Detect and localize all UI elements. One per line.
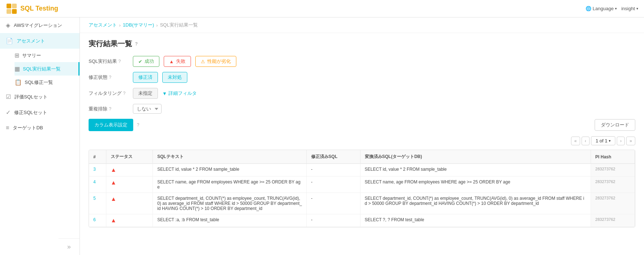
pagination-prev-button[interactable]: ‹	[582, 137, 590, 145]
cell-sql-text: SELECT :a, :b FROM test_table	[153, 214, 307, 227]
cell-pi-hash: 283273762	[591, 214, 635, 227]
sidebar-sub-item-summary[interactable]: ⊞ サマリー	[15, 49, 80, 62]
cell-num[interactable]: 6	[89, 214, 106, 227]
globe-icon: 🌐	[586, 6, 591, 11]
pagination-last-button[interactable]: »	[626, 137, 635, 145]
filtering-value-button[interactable]: 未指定	[133, 88, 158, 99]
chevron-down-icon: ▾	[615, 7, 617, 11]
sidebar: ◈ AWSマイグレーション 📄 アセスメント ⊞ サマリー ▦ SQL実行結果一…	[0, 17, 80, 255]
filter-success-button[interactable]: ✔ 成功	[133, 56, 159, 67]
dedup-row: 重複排除 ? しない する	[89, 104, 635, 114]
col-num: #	[89, 150, 106, 164]
warn-icon: ⚠	[201, 59, 205, 64]
col-sql-text: SQLテキスト	[153, 150, 307, 164]
logo-area: SQL Testing	[6, 3, 58, 15]
sidebar-item-eval-sql[interactable]: ☑ 評価SQLセット	[0, 89, 80, 105]
cell-num[interactable]: 5	[89, 193, 106, 214]
pagination-next-button[interactable]: ›	[617, 137, 625, 145]
cell-fixed-sql: -	[306, 214, 360, 227]
language-button[interactable]: 🌐 Language ▾	[586, 6, 617, 11]
sidebar-item-target-db[interactable]: ≡ ターゲットDB	[0, 120, 80, 135]
cell-converted-sql: SELECT ?, ? FROM test_table	[360, 214, 591, 227]
dedup-help-icon[interactable]: ?	[109, 106, 111, 112]
page-title-help-icon[interactable]: ?	[135, 41, 138, 46]
sidebar-sub-item-sql-results[interactable]: ▦ SQL実行結果一覧	[15, 62, 80, 76]
table-header-row: # ステータス SQLテキスト 修正済みSQL 変換済みSQL(ターゲットDB)…	[89, 150, 635, 164]
fix-status-help-icon[interactable]: ?	[109, 75, 111, 80]
breadcrumb-assessment[interactable]: アセスメント	[89, 22, 117, 28]
logo-icon	[6, 3, 17, 15]
sidebar-item-assessment[interactable]: 📄 アセスメント	[0, 33, 80, 49]
pagination-first-button[interactable]: «	[571, 137, 580, 145]
breadcrumb-1db[interactable]: 1DB(サマリー)	[123, 22, 154, 28]
cell-sql-text: SELECT department_id, COUNT(*) as employ…	[153, 193, 307, 214]
filter-perf-button[interactable]: ⚠ 性能が劣化	[195, 56, 236, 67]
svg-rect-3	[12, 9, 17, 14]
col-status: ステータス	[106, 150, 153, 164]
col-pi-hash: PI Hash	[591, 150, 635, 164]
page-body: 実行結果一覧 ? SQL実行結果 ? ✔ 成功 ▲ 失敗	[80, 33, 644, 255]
assessment-icon: 📄	[6, 37, 13, 44]
sql-fix-icon: 📋	[15, 79, 22, 86]
pagination-page-info[interactable]: 1 of 1 ▾	[591, 136, 616, 145]
fix-status-label: 修正状態 ?	[89, 74, 129, 81]
insight-button[interactable]: insight ▾	[621, 6, 638, 11]
breadcrumb: アセスメント › 1DB(サマリー) › SQL実行結果一覧	[80, 17, 644, 33]
top-right-area: 🌐 Language ▾ insight ▾	[586, 6, 638, 11]
svg-rect-1	[12, 4, 17, 8]
sql-result-help-icon[interactable]: ?	[118, 59, 121, 64]
breadcrumb-sep-1: ›	[119, 23, 121, 28]
cell-status: ▲	[106, 177, 153, 193]
cell-num[interactable]: 3	[89, 164, 106, 177]
sidebar-item-aws-migration[interactable]: ◈ AWSマイグレーション	[0, 17, 80, 33]
cell-pi-hash: 283273762	[591, 177, 635, 193]
content-area: アセスメント › 1DB(サマリー) › SQL実行結果一覧 実行結果一覧 ? …	[80, 17, 644, 255]
sidebar-collapse-button[interactable]: »	[64, 243, 74, 250]
cell-fixed-sql: -	[306, 177, 360, 193]
svg-rect-0	[7, 4, 11, 8]
cell-status: ▲	[106, 193, 153, 214]
cell-sql-text: SELECT id, value * 2 FROM sample_table	[153, 164, 307, 177]
cell-converted-sql: SELECT department_id, COUNT(*) as employ…	[360, 193, 591, 214]
results-table-container: # ステータス SQLテキスト 修正済みSQL 変換済みSQL(ターゲットDB)…	[89, 150, 635, 227]
column-settings-button[interactable]: カラム表示設定	[89, 119, 133, 131]
table-row: 5 ▲ SELECT department_id, COUNT(*) as em…	[89, 193, 635, 214]
pagination-area: « ‹ 1 of 1 ▾ › »	[89, 136, 635, 145]
cell-num[interactable]: 4	[89, 177, 106, 193]
svg-rect-2	[7, 9, 11, 14]
cell-pi-hash: 283273762	[591, 164, 635, 177]
sidebar-sub-section: ⊞ サマリー ▦ SQL実行結果一覧 📋 SQL修正一覧	[0, 49, 80, 89]
cell-converted-sql: SELECT id, value * 2 FROM sample_table	[360, 164, 591, 177]
table-row: 6 ▲ SELECT :a, :b FROM test_table - SELE…	[89, 214, 635, 227]
cell-fixed-sql: -	[306, 193, 360, 214]
success-icon: ✔	[138, 59, 142, 64]
detail-filter-link[interactable]: ▼ 詳細フィルタ	[162, 90, 197, 97]
cell-fixed-sql: -	[306, 164, 360, 177]
sidebar-sub-item-sql-fix[interactable]: 📋 SQL修正一覧	[15, 76, 80, 89]
app-title: SQL Testing	[20, 5, 58, 12]
cell-status: ▲	[106, 214, 153, 227]
breadcrumb-sep-2: ›	[156, 23, 158, 28]
sidebar-item-fix-sql[interactable]: ✓ 修正SQLセット	[0, 105, 80, 120]
column-settings-help-icon[interactable]: ?	[137, 122, 139, 128]
breadcrumb-current: SQL実行結果一覧	[160, 22, 198, 28]
eval-sql-icon: ☑	[6, 93, 11, 100]
filter-fixed-button[interactable]: 修正済	[133, 72, 158, 83]
filtering-help-icon[interactable]: ?	[123, 91, 126, 96]
chevron-down-icon-insight: ▾	[636, 7, 638, 11]
col-fixed-sql: 修正済みSQL	[306, 150, 360, 164]
filter-error-button[interactable]: ▲ 失敗	[164, 56, 191, 67]
sql-result-filter-label: SQL実行結果 ?	[89, 58, 129, 65]
aws-migration-icon: ◈	[6, 22, 10, 29]
fix-status-filter-row: 修正状態 ? 修正済 未対処	[89, 72, 635, 83]
download-button[interactable]: ダウンロード	[595, 119, 635, 131]
toolbar-row: カラム表示設定 ? ダウンロード	[89, 119, 635, 131]
dedup-select[interactable]: しない する	[133, 104, 162, 114]
summary-icon: ⊞	[15, 52, 19, 59]
error-icon: ▲	[169, 59, 174, 64]
results-table: # ステータス SQLテキスト 修正済みSQL 変換済みSQL(ターゲットDB)…	[89, 150, 635, 227]
cell-converted-sql: SELECT name, age FROM employees WHERE ag…	[360, 177, 591, 193]
cell-pi-hash: 283273762	[591, 193, 635, 214]
filter-unprocessed-button[interactable]: 未対処	[162, 72, 187, 83]
table-row: 3 ▲ SELECT id, value * 2 FROM sample_tab…	[89, 164, 635, 177]
